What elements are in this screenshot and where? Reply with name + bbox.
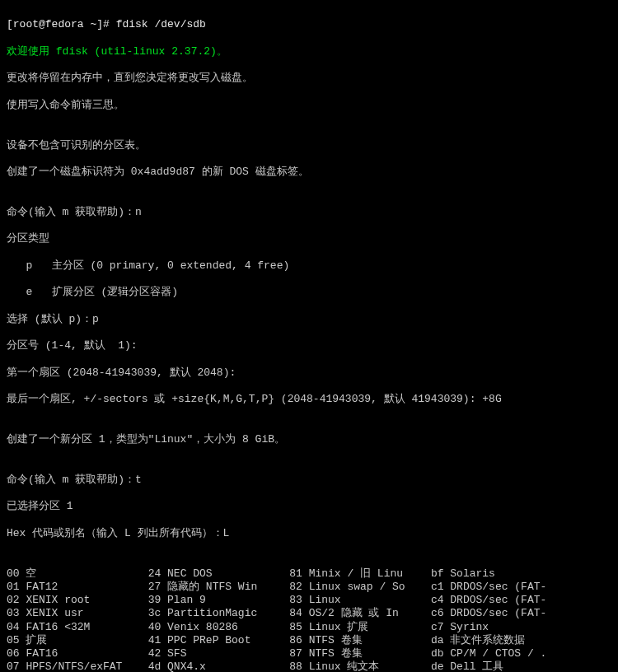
table-row: 07 HPFS/NTFS/exFAT4d QNX4.x88 Linux 纯文本d… xyxy=(7,660,611,672)
created-partition: 创建了一个新分区 1，类型为"Linux"，大小为 8 GiB。 xyxy=(7,433,611,446)
table-cell: db CP/M / CTOS / . xyxy=(431,647,573,660)
table-cell: 04 FAT16 <32M xyxy=(7,621,148,634)
partition-type-e: e 扩展分区 (逻辑分区容器) xyxy=(7,286,611,299)
table-cell: c4 DRDOS/sec (FAT- xyxy=(431,594,573,607)
partition-type-table: 00 空24 NEC DOS81 Minix / 旧 Linubf Solari… xyxy=(7,567,611,673)
table-cell: 85 Linux 扩展 xyxy=(289,621,431,634)
hex-prompt: Hex 代码或别名（输入 L 列出所有代码）：L xyxy=(7,527,611,540)
table-cell: bf Solaris xyxy=(431,567,573,581)
table-row: 02 XENIX root39 Plan 983 Linuxc4 DRDOS/s… xyxy=(7,594,611,607)
cmd-n: 命令(输入 m 获取帮助)：n xyxy=(7,206,611,219)
table-row: 03 XENIX usr3c PartitionMagic84 OS/2 隐藏 … xyxy=(7,607,611,620)
table-cell: 88 Linux 纯文本 xyxy=(289,660,431,672)
note-line-1: 更改将停留在内存中，直到您决定将更改写入磁盘。 xyxy=(7,72,611,85)
partition-type-title: 分区类型 xyxy=(7,232,611,245)
table-cell: 03 XENIX usr xyxy=(7,607,148,620)
terminal-output: [root@fedora ~]# fdisk /dev/sdb 欢迎使用 fdi… xyxy=(0,0,618,672)
partition-number: 分区号 (1-4, 默认 1): xyxy=(7,339,611,352)
table-cell: 00 空 xyxy=(7,567,148,581)
table-cell: 81 Minix / 旧 Linu xyxy=(289,567,431,581)
table-row: 05 扩展41 PPC PReP Boot86 NTFS 卷集da 非文件系统数… xyxy=(7,634,611,647)
table-cell: 87 NTFS 卷集 xyxy=(289,647,431,660)
partition-type-p: p 主分区 (0 primary, 0 extended, 4 free) xyxy=(7,259,611,273)
table-cell: 27 隐藏的 NTFS Win xyxy=(148,581,290,594)
table-cell: da 非文件系统数据 xyxy=(431,634,573,647)
table-cell: 39 Plan 9 xyxy=(148,594,290,607)
table-cell: 82 Linux swap / So xyxy=(289,581,431,594)
table-cell: 42 SFS xyxy=(148,647,290,660)
table-row: 04 FAT16 <32M40 Venix 8028685 Linux 扩展c7… xyxy=(7,621,611,634)
cmd-t: 命令(输入 m 获取帮助)：t xyxy=(7,474,611,487)
table-cell: de Dell 工具 xyxy=(431,660,573,672)
last-sector: 最后一个扇区, +/-sectors 或 +size{K,M,G,T,P} (2… xyxy=(7,393,611,406)
first-sector: 第一个扇区 (2048-41943039, 默认 2048): xyxy=(7,366,611,380)
table-row: 06 FAT1642 SFS87 NTFS 卷集db CP/M / CTOS /… xyxy=(7,647,611,660)
table-cell: 3c PartitionMagic xyxy=(148,607,290,620)
table-cell: 40 Venix 80286 xyxy=(148,621,290,634)
note-line-2: 使用写入命令前请三思。 xyxy=(7,99,611,112)
select-p: 选择 (默认 p)：p xyxy=(7,313,611,326)
table-row: 01 FAT1227 隐藏的 NTFS Win82 Linux swap / S… xyxy=(7,581,611,594)
table-cell: 83 Linux xyxy=(289,594,431,607)
table-cell: 41 PPC PReP Boot xyxy=(148,634,290,647)
table-cell: 05 扩展 xyxy=(7,634,148,647)
table-cell: c1 DRDOS/sec (FAT- xyxy=(431,581,573,594)
table-cell: 01 FAT12 xyxy=(7,581,148,594)
table-cell: 02 XENIX root xyxy=(7,594,148,607)
table-cell: 06 FAT16 xyxy=(7,647,148,660)
table-cell: 86 NTFS 卷集 xyxy=(289,634,431,647)
command-fdisk: fdisk /dev/sdb xyxy=(116,18,206,30)
table-cell: 84 OS/2 隐藏 或 In xyxy=(289,607,431,620)
shell-prompt: [root@fedora ~]# xyxy=(7,18,116,30)
warn-line-1: 设备不包含可识别的分区表。 xyxy=(7,139,611,152)
table-cell: c7 Syrinx xyxy=(431,621,573,634)
selected-partition: 已选择分区 1 xyxy=(7,500,611,513)
welcome-line: 欢迎使用 fdisk (util-linux 2.37.2)。 xyxy=(7,45,611,58)
table-row: 00 空24 NEC DOS81 Minix / 旧 Linubf Solari… xyxy=(7,567,611,581)
table-cell: 24 NEC DOS xyxy=(148,567,290,581)
table-cell: 07 HPFS/NTFS/exFAT xyxy=(7,660,148,672)
warn-line-2: 创建了一个磁盘标识符为 0x4add9d87 的新 DOS 磁盘标签。 xyxy=(7,166,611,179)
table-cell: 4d QNX4.x xyxy=(148,660,290,672)
table-cell: c6 DRDOS/sec (FAT- xyxy=(431,607,573,620)
